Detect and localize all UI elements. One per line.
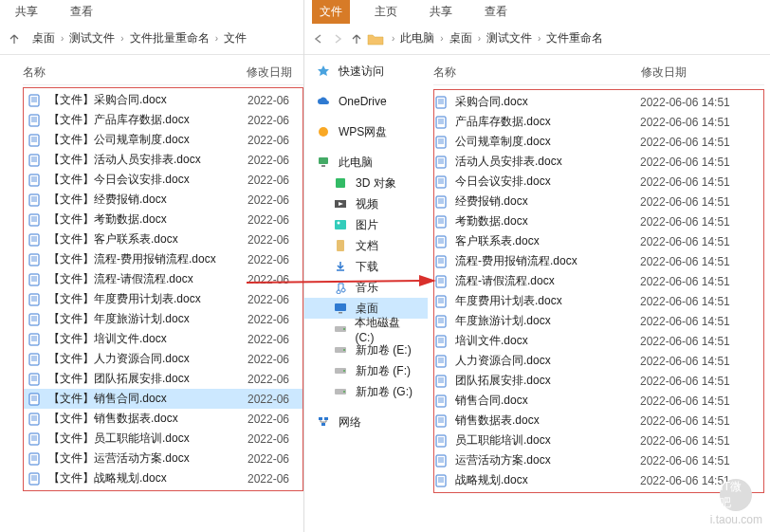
nav-item[interactable]: 本地磁盘 (C:) <box>304 319 428 339</box>
file-name: 人力资源合同.docx <box>455 353 640 369</box>
file-row[interactable]: 销售数据表.docx2022-06-06 14:51 <box>434 411 763 431</box>
file-row[interactable]: 【文件】采购合同.docx2022-06 <box>24 90 302 110</box>
col-date[interactable]: 修改日期 <box>641 64 764 81</box>
file-row[interactable]: 【文件】客户联系表.docx2022-06 <box>24 229 302 249</box>
file-row[interactable]: 员工职能培训.docx2022-06-06 14:51 <box>434 431 763 450</box>
ribbon-tab-view[interactable]: 查看 <box>63 0 101 24</box>
file-name: 活动人员安排表.docx <box>455 154 640 170</box>
file-row[interactable]: 【文件】运营活动方案.docx2022-06 <box>24 449 302 468</box>
file-row[interactable]: 年度费用计划表.docx2022-06-06 14:51 <box>434 291 763 311</box>
crumb[interactable]: 测试文件 <box>67 28 117 48</box>
file-row[interactable]: 【文件】培训文件.docx2022-06 <box>24 329 302 349</box>
file-name: 客户联系表.docx <box>455 233 640 249</box>
crumb[interactable]: 文件批量重命名 <box>128 28 211 48</box>
file-date: 2022-06-06 14:51 <box>640 414 763 428</box>
col-name[interactable]: 名称 <box>23 64 247 81</box>
file-row[interactable]: 【文件】团队拓展安排.docx2022-06 <box>24 369 302 389</box>
file-row[interactable]: 【文件】活动人员安排表.docx2022-06 <box>24 150 302 170</box>
svg-rect-140 <box>436 276 446 287</box>
svg-rect-112 <box>436 137 446 148</box>
col-name[interactable]: 名称 <box>433 64 641 81</box>
svg-rect-148 <box>436 316 446 327</box>
file-row[interactable]: 培训文件.docx2022-06-06 14:51 <box>434 331 763 351</box>
svg-rect-84 <box>336 178 345 188</box>
file-row[interactable]: 【文件】年度费用计划表.docx2022-06 <box>24 289 302 309</box>
nav-item[interactable]: 网络 <box>304 412 428 432</box>
nav-item[interactable]: 下载 <box>304 256 428 277</box>
file-row[interactable]: 【文件】战略规划.docx2022-06 <box>24 468 302 488</box>
svg-rect-176 <box>436 455 446 467</box>
file-row[interactable]: 今日会议安排.docx2022-06-06 14:51 <box>434 172 763 192</box>
nav-item[interactable]: 文档 <box>304 235 428 256</box>
file-row[interactable]: 【文件】流程-请假流程.docx2022-06 <box>24 269 302 289</box>
nav-forward-icon[interactable] <box>329 30 346 47</box>
file-date: 2022-06-06 14:51 <box>640 295 763 308</box>
file-row[interactable]: 销售合同.docx2022-06-06 14:51 <box>434 391 763 411</box>
breadcrumb[interactable]: › 此电脑› 桌面› 测试文件› 文件重命名 <box>390 28 605 48</box>
nav-item[interactable]: 新加卷 (G:) <box>304 381 428 402</box>
file-row[interactable]: 采购合同.docx2022-06-06 14:51 <box>434 92 763 112</box>
col-date[interactable]: 修改日期 <box>247 64 303 81</box>
nav-label: 视频 <box>356 196 378 212</box>
file-row[interactable]: 考勤数据.docx2022-06-06 14:51 <box>434 211 763 231</box>
file-row[interactable]: 【文件】年度旅游计划.docx2022-06 <box>24 309 302 329</box>
file-row[interactable]: 【文件】流程-费用报销流程.docx2022-06 <box>24 249 302 269</box>
file-row[interactable]: 经费报销.docx2022-06-06 14:51 <box>434 192 763 211</box>
file-row[interactable]: 流程-请假流程.docx2022-06-06 14:51 <box>434 271 763 291</box>
file-row[interactable]: 团队拓展安排.docx2022-06-06 14:51 <box>434 371 763 391</box>
crumb[interactable]: 桌面 <box>448 28 474 48</box>
file-row[interactable]: 年度旅游计划.docx2022-06-06 14:51 <box>434 311 763 331</box>
file-row[interactable]: 【文件】今日会议安排.docx2022-06 <box>24 170 302 190</box>
breadcrumb[interactable]: 桌面› 测试文件› 文件批量重命名› 文件 <box>30 28 248 48</box>
crumb[interactable]: 测试文件 <box>485 28 534 48</box>
crumb[interactable]: 文件 <box>222 28 248 48</box>
file-row[interactable]: 活动人员安排表.docx2022-06-06 14:51 <box>434 152 763 172</box>
nav-item[interactable]: 此电脑 <box>304 152 428 173</box>
ribbon-tab-file[interactable]: 文件 <box>312 0 350 24</box>
file-row[interactable]: 【文件】员工职能培训.docx2022-06 <box>24 429 302 449</box>
nav-item[interactable]: 视频 <box>304 193 428 214</box>
file-name: 员工职能培训.docx <box>455 432 640 449</box>
file-row[interactable]: 【文件】销售数据表.docx2022-06 <box>24 409 302 429</box>
nav-item[interactable]: 3D 对象 <box>304 173 428 193</box>
file-row[interactable]: 流程-费用报销流程.docx2022-06-06 14:51 <box>434 251 763 271</box>
svg-point-81 <box>319 127 328 137</box>
crumb[interactable]: 桌面 <box>30 28 57 48</box>
file-row[interactable]: 【文件】人力资源合同.docx2022-06 <box>24 349 302 369</box>
file-row[interactable]: 【文件】产品库存数据.docx2022-06 <box>24 110 302 130</box>
file-row[interactable]: 【文件】公司规章制度.docx2022-06 <box>24 130 302 150</box>
nav-item[interactable]: 音乐 <box>304 277 428 298</box>
file-date: 2022-06 <box>248 114 299 127</box>
downloads-icon <box>333 259 348 274</box>
nav-item[interactable]: WPS网盘 <box>304 121 428 142</box>
watermark-icon: IT微吧 <box>720 479 752 511</box>
crumb[interactable]: 此电脑 <box>398 28 436 48</box>
crumb[interactable]: 文件重命名 <box>544 28 605 48</box>
docx-icon <box>28 413 41 426</box>
file-row[interactable]: 运营活动方案.docx2022-06-06 14:51 <box>434 450 763 470</box>
nav-item[interactable]: OneDrive <box>304 91 428 112</box>
ribbon-tab-share[interactable]: 共享 <box>8 0 46 24</box>
file-date: 2022-06-06 14:51 <box>640 96 763 109</box>
file-row[interactable]: 客户联系表.docx2022-06-06 14:51 <box>434 231 763 251</box>
file-row[interactable]: 【文件】销售合同.docx2022-06 <box>24 389 302 409</box>
nav-item[interactable]: 图片 <box>304 214 428 235</box>
nav-item[interactable]: 新加卷 (F:) <box>304 360 428 381</box>
file-name: 【文件】产品库存数据.docx <box>48 112 248 128</box>
docx-icon <box>28 333 41 346</box>
nav-item[interactable]: 新加卷 (E:) <box>304 339 428 360</box>
file-row[interactable]: 【文件】经费报销.docx2022-06 <box>24 190 302 210</box>
file-name: 【文件】经费报销.docx <box>48 192 248 208</box>
file-row[interactable]: 产品库存数据.docx2022-06-06 14:51 <box>434 112 763 132</box>
ribbon-tab-view[interactable]: 查看 <box>477 0 515 24</box>
file-row[interactable]: 公司规章制度.docx2022-06-06 14:51 <box>434 132 763 152</box>
file-row[interactable]: 人力资源合同.docx2022-06-06 14:51 <box>434 351 763 371</box>
nav-up-icon[interactable] <box>348 30 365 47</box>
svg-rect-156 <box>436 356 446 367</box>
ribbon-tab-home[interactable]: 主页 <box>367 0 405 24</box>
nav-back-icon[interactable] <box>310 30 327 47</box>
ribbon-tab-share[interactable]: 共享 <box>422 0 460 24</box>
nav-item[interactable]: 快速访问 <box>304 61 428 82</box>
nav-up-icon[interactable] <box>6 30 23 47</box>
file-row[interactable]: 【文件】考勤数据.docx2022-06 <box>24 210 302 229</box>
